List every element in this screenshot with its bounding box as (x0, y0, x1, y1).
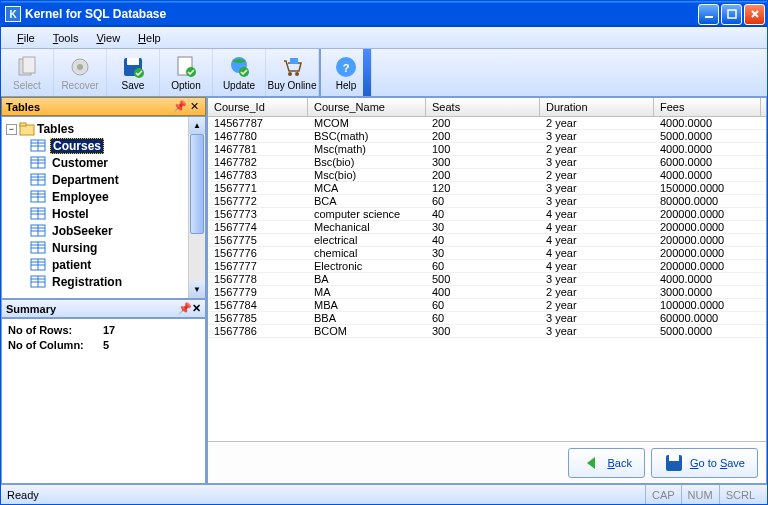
cell: 100000.0000 (654, 299, 761, 311)
close-panel-icon[interactable]: ✕ (187, 100, 201, 113)
cell: 3 year (540, 312, 654, 324)
svg-point-5 (77, 64, 83, 70)
back-button[interactable]: Back (568, 448, 644, 478)
pin-icon[interactable]: 📌 (173, 100, 187, 113)
tree-item-registration[interactable]: Registration (4, 273, 186, 290)
table-icon (30, 156, 46, 169)
tree-item-customer[interactable]: Customer (4, 154, 186, 171)
tree-item-employee[interactable]: Employee (4, 188, 186, 205)
cell: 4 year (540, 234, 654, 246)
table-row[interactable]: 1567778BA5003 year4000.0000 (208, 273, 766, 286)
table-row[interactable]: 14567787MCOM2002 year4000.0000 (208, 117, 766, 130)
table-row[interactable]: 1567779MA4002 year3000.0000 (208, 286, 766, 299)
close-button[interactable] (744, 4, 765, 25)
table-row[interactable]: 1567771MCA1203 year150000.0000 (208, 182, 766, 195)
option-button[interactable]: Option (160, 49, 213, 96)
recover-icon (68, 55, 92, 79)
menu-help[interactable]: Help (130, 30, 169, 46)
button-bar: Back Go to Save (208, 441, 766, 483)
table-icon (30, 207, 46, 220)
titlebar[interactable]: K Kernel for SQL Database (1, 1, 767, 27)
cell: electrical (308, 234, 426, 246)
col-course-name[interactable]: Course_Name (308, 98, 426, 116)
table-row[interactable]: 1567777Electronic604 year200000.0000 (208, 260, 766, 273)
tables-panel-title: Tables (6, 101, 40, 113)
close-panel-icon[interactable]: ✕ (192, 302, 201, 315)
tree-item-label: Registration (50, 275, 124, 289)
svg-rect-15 (290, 58, 298, 64)
help-button[interactable]: ? Help (319, 49, 372, 96)
cell: Electronic (308, 260, 426, 272)
tree-root[interactable]: − Tables (4, 121, 186, 137)
table-row[interactable]: 1567772BCA603 year80000.0000 (208, 195, 766, 208)
tree-item-courses[interactable]: Courses (4, 137, 186, 154)
rows-label: No of Rows: (8, 323, 103, 338)
tree-item-label: JobSeeker (50, 224, 115, 238)
tree-scrollbar[interactable]: ▲ ▼ (188, 117, 205, 298)
cell: MCA (308, 182, 426, 194)
option-label: Option (171, 80, 200, 91)
cell: 60 (426, 299, 540, 311)
svg-rect-19 (20, 123, 26, 126)
grid-header: Course_Id Course_Name Seats Duration Fee… (208, 98, 766, 117)
cell: BA (308, 273, 426, 285)
cell: MCOM (308, 117, 426, 129)
tree-item-nursing[interactable]: Nursing (4, 239, 186, 256)
table-row[interactable]: 1567775electrical404 year200000.0000 (208, 234, 766, 247)
scroll-down-icon[interactable]: ▼ (189, 281, 205, 298)
col-seats[interactable]: Seats (426, 98, 540, 116)
maximize-button[interactable] (721, 4, 742, 25)
menu-view[interactable]: View (88, 30, 128, 46)
table-row[interactable]: 1567785BBA603 year60000.0000 (208, 312, 766, 325)
cell: 1567785 (208, 312, 308, 324)
col-course-id[interactable]: Course_Id (208, 98, 308, 116)
cell: Msc(math) (308, 143, 426, 155)
status-cap: CAP (645, 485, 681, 504)
body-area: Tables 📌 ✕ − Tables CoursesCustomerDepar… (1, 97, 767, 484)
table-row[interactable]: 1467782Bsc(bio)3003 year6000.0000 (208, 156, 766, 169)
col-fees[interactable]: Fees (654, 98, 761, 116)
cell: 4 year (540, 208, 654, 220)
scroll-thumb[interactable] (190, 134, 204, 234)
table-icon (30, 241, 46, 254)
statusbar: Ready CAP NUM SCRL (1, 484, 767, 504)
cell: 1467783 (208, 169, 308, 181)
cell: 1567778 (208, 273, 308, 285)
scroll-up-icon[interactable]: ▲ (189, 117, 205, 134)
buyonline-label: Buy Online (268, 80, 317, 91)
table-row[interactable]: 1567776chemical304 year200000.0000 (208, 247, 766, 260)
minimize-button[interactable] (698, 4, 719, 25)
cell: 3 year (540, 195, 654, 207)
summary-body: No of Rows: 17 No of Column: 5 (1, 318, 206, 484)
pin-icon[interactable]: 📌 (178, 302, 192, 315)
cell: 200 (426, 130, 540, 142)
menu-tools[interactable]: Tools (45, 30, 87, 46)
table-row[interactable]: 1467780BSC(math)2003 year5000.0000 (208, 130, 766, 143)
update-button[interactable]: Update (213, 49, 266, 96)
tables-panel-header: Tables 📌 ✕ (1, 97, 206, 116)
table-row[interactable]: 1567774Mechanical304 year200000.0000 (208, 221, 766, 234)
table-row[interactable]: 1567784MBA602 year100000.0000 (208, 299, 766, 312)
table-row[interactable]: 1567773computer science404 year200000.00… (208, 208, 766, 221)
collapse-icon[interactable]: − (6, 124, 17, 135)
table-icon (30, 190, 46, 203)
cell: 2 year (540, 299, 654, 311)
go-to-save-button[interactable]: Go to Save (651, 448, 758, 478)
menu-file[interactable]: File (9, 30, 43, 46)
tree-item-label: patient (50, 258, 93, 272)
tree-item-label: Employee (50, 190, 111, 204)
cell: 3000.0000 (654, 286, 761, 298)
table-row[interactable]: 1467781Msc(math)1002 year4000.0000 (208, 143, 766, 156)
tree-item-label: Nursing (50, 241, 99, 255)
cell: 3 year (540, 325, 654, 337)
table-row[interactable]: 1467783Msc(bio)2002 year4000.0000 (208, 169, 766, 182)
table-row[interactable]: 1567786BCOM3003 year5000.0000 (208, 325, 766, 338)
buyonline-button[interactable]: Buy Online (266, 49, 319, 96)
save-button[interactable]: Save (107, 49, 160, 96)
tree-item-patient[interactable]: patient (4, 256, 186, 273)
tree-item-hostel[interactable]: Hostel (4, 205, 186, 222)
col-duration[interactable]: Duration (540, 98, 654, 116)
tree-item-jobseeker[interactable]: JobSeeker (4, 222, 186, 239)
tree-item-department[interactable]: Department (4, 171, 186, 188)
cell: 60000.0000 (654, 312, 761, 324)
